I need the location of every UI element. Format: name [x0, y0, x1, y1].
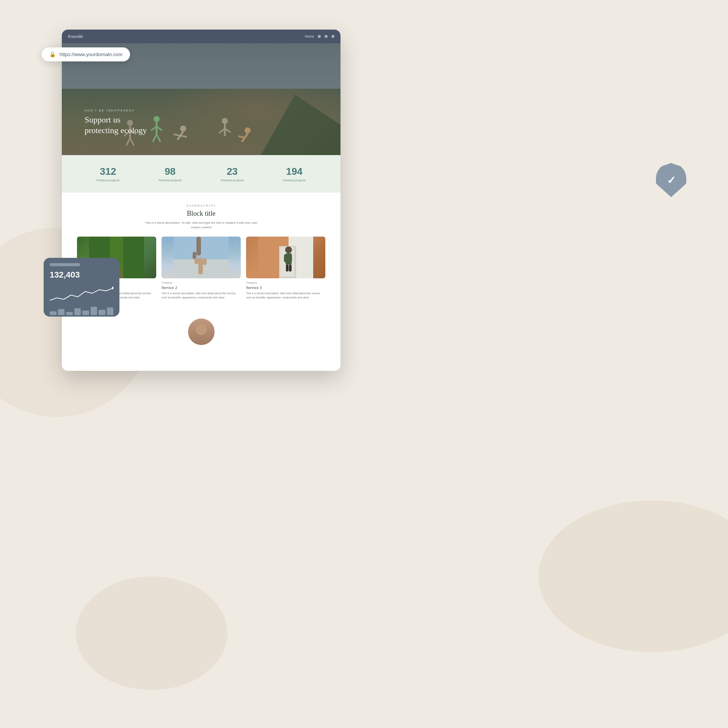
nav-home[interactable]: Home — [305, 35, 314, 38]
svg-rect-31 — [198, 257, 203, 275]
svg-point-0 — [112, 287, 113, 289]
widget-bar — [50, 263, 80, 266]
service-name-2: Service 3 — [246, 285, 325, 290]
hero-title-line1: Support us — [85, 115, 121, 124]
nav-dot-2 — [325, 35, 328, 38]
svg-line-23 — [238, 136, 245, 138]
stat-number-3: 194 — [283, 166, 306, 177]
svg-line-11 — [153, 134, 157, 142]
bar-3 — [66, 312, 73, 315]
stat-item-3: 194 Finished projects — [283, 166, 306, 182]
service-card-2: Category Service 3 This is a service des… — [246, 237, 325, 300]
hero-superscript: DON'T BE INDIFFERENT — [85, 109, 147, 112]
services-superscript: SUPERSCRIPT — [77, 204, 325, 207]
bottom-section — [62, 311, 340, 353]
service-desc-2: This is a service description. Add more … — [246, 292, 325, 300]
service-img-svg-1 — [162, 237, 241, 278]
svg-line-16 — [180, 136, 187, 137]
bar-4 — [74, 308, 81, 315]
bg-shape-3 — [76, 576, 228, 690]
svg-point-21 — [245, 127, 251, 133]
bar-1 — [50, 311, 56, 315]
svg-line-15 — [174, 134, 180, 136]
bg-shape-2 — [538, 500, 728, 652]
services-desc-line1: This is a block description. To edit, cl… — [145, 221, 257, 224]
stat-number-1: 98 — [158, 166, 181, 177]
service-image-2 — [246, 237, 325, 278]
stats-widget: 132,403 — [44, 258, 119, 317]
stat-label-1: Finished projects — [158, 179, 181, 182]
service-category-1: Category — [162, 281, 241, 284]
bar-6 — [91, 307, 97, 315]
svg-rect-29 — [196, 237, 201, 256]
stats-section: 312 Finished projects 98 Finished projec… — [62, 155, 340, 193]
svg-rect-32 — [195, 257, 198, 264]
services-desc-line2: custom content — [191, 226, 211, 229]
bar-5 — [82, 311, 89, 315]
browser-nav-bar: Knoxville Home — [62, 30, 340, 43]
hero-content: DON'T BE INDIFFERENT Support us protecti… — [85, 109, 147, 136]
browser-site-title: Knoxville — [68, 35, 83, 39]
chart-bars — [50, 307, 113, 315]
stat-item-2: 23 Finished projects — [221, 166, 243, 182]
svg-rect-41 — [284, 254, 287, 262]
service-category-2: Category — [246, 281, 325, 284]
avatar-head — [196, 324, 207, 335]
stat-number-0: 312 — [97, 166, 119, 177]
stat-label-2: Finished projects — [221, 179, 243, 182]
service-desc-1: This is a service description. Add more … — [162, 292, 241, 300]
services-title: Block title — [77, 210, 325, 218]
svg-line-6 — [130, 138, 134, 146]
url-text: https://www.yourdomain.com — [60, 52, 122, 57]
service-image-1 — [162, 237, 241, 278]
svg-point-13 — [180, 126, 186, 132]
svg-rect-33 — [203, 258, 207, 265]
browser-window: Knoxville Home — [62, 30, 340, 371]
lock-icon: 🔒 — [49, 51, 56, 58]
shield-shape: ✓ — [656, 163, 686, 197]
service-img-svg-2 — [246, 237, 325, 278]
chart-svg — [50, 283, 113, 304]
stat-label-3: Finished projects — [283, 179, 306, 182]
svg-rect-42 — [289, 254, 292, 262]
url-bar[interactable]: 🔒 https://www.yourdomain.com — [42, 47, 130, 61]
avatar-bottom — [188, 318, 215, 345]
shield-checkmark: ✓ — [667, 174, 676, 187]
service-name-1: Service 2 — [162, 285, 241, 290]
shield-badge: ✓ — [656, 163, 686, 197]
svg-rect-43 — [286, 265, 289, 271]
svg-point-7 — [154, 116, 160, 122]
browser-nav-links: Home — [305, 35, 334, 38]
hero-title-line2: protecting ecology — [85, 126, 147, 135]
svg-point-39 — [285, 246, 292, 253]
stat-item-0: 312 Finished projects — [97, 166, 119, 182]
svg-point-17 — [222, 118, 228, 124]
bar-8 — [107, 308, 114, 315]
widget-number: 132,403 — [50, 270, 113, 280]
stat-label-0: Finished projects — [97, 179, 119, 182]
nav-dot-3 — [331, 35, 334, 38]
bar-2 — [58, 309, 65, 315]
svg-rect-44 — [289, 265, 292, 271]
svg-line-5 — [126, 138, 130, 146]
chart-area — [50, 283, 113, 304]
bar-7 — [99, 310, 105, 315]
stat-item-1: 98 Finished projects — [158, 166, 181, 182]
hero-title: Support us protecting ecology — [85, 115, 147, 136]
stat-number-2: 23 — [221, 166, 243, 177]
svg-line-12 — [157, 134, 160, 142]
nav-dot-1 — [318, 35, 321, 38]
services-description: This is a block description. To edit, cl… — [77, 221, 325, 230]
service-card-1: Category Service 2 This is a service des… — [162, 237, 241, 300]
